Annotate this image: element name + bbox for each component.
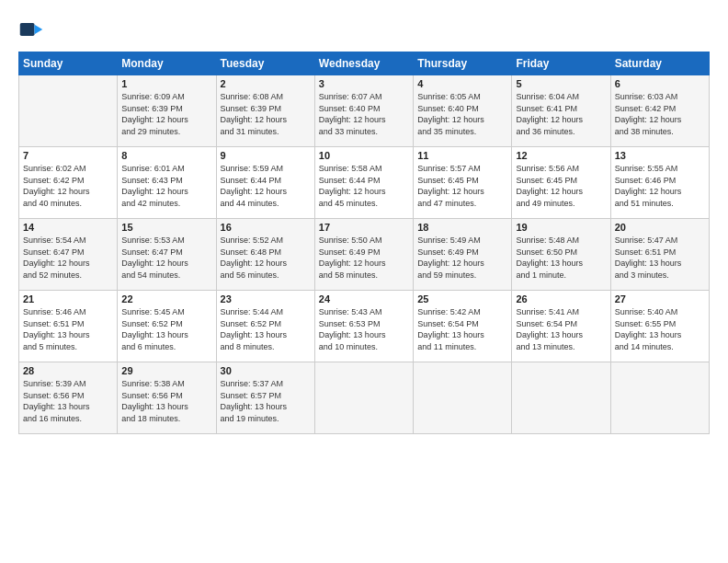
day-info: Sunrise: 5:42 AM Sunset: 6:54 PM Dayligh… bbox=[417, 306, 507, 352]
calendar-cell: 13Sunrise: 5:55 AM Sunset: 6:46 PM Dayli… bbox=[610, 147, 709, 219]
day-info: Sunrise: 5:47 AM Sunset: 6:51 PM Dayligh… bbox=[615, 235, 705, 281]
svg-marker-1 bbox=[35, 25, 43, 35]
calendar-cell: 12Sunrise: 5:56 AM Sunset: 6:45 PM Dayli… bbox=[512, 147, 610, 219]
calendar-cell: 5Sunrise: 6:04 AM Sunset: 6:41 PM Daylig… bbox=[512, 75, 610, 147]
day-info: Sunrise: 5:46 AM Sunset: 6:51 PM Dayligh… bbox=[23, 306, 113, 352]
day-number: 21 bbox=[23, 293, 113, 304]
day-info: Sunrise: 5:50 AM Sunset: 6:49 PM Dayligh… bbox=[319, 235, 409, 281]
day-number: 22 bbox=[121, 293, 211, 304]
day-info: Sunrise: 5:57 AM Sunset: 6:45 PM Dayligh… bbox=[417, 163, 507, 209]
day-number: 7 bbox=[23, 150, 113, 161]
page-header bbox=[18, 17, 710, 42]
day-info: Sunrise: 5:49 AM Sunset: 6:49 PM Dayligh… bbox=[417, 235, 507, 281]
day-number: 25 bbox=[417, 293, 507, 304]
calendar-cell: 30Sunrise: 5:37 AM Sunset: 6:57 PM Dayli… bbox=[216, 362, 314, 434]
day-number: 10 bbox=[319, 150, 409, 161]
day-info: Sunrise: 6:09 AM Sunset: 6:39 PM Dayligh… bbox=[121, 91, 211, 137]
day-number: 16 bbox=[221, 222, 311, 233]
day-info: Sunrise: 5:43 AM Sunset: 6:53 PM Dayligh… bbox=[319, 306, 409, 352]
day-number: 1 bbox=[121, 78, 211, 89]
day-info: Sunrise: 5:48 AM Sunset: 6:50 PM Dayligh… bbox=[516, 235, 606, 281]
calendar-body: 1Sunrise: 6:09 AM Sunset: 6:39 PM Daylig… bbox=[19, 75, 710, 434]
day-info: Sunrise: 5:59 AM Sunset: 6:44 PM Dayligh… bbox=[221, 163, 311, 209]
calendar-cell: 11Sunrise: 5:57 AM Sunset: 6:45 PM Dayli… bbox=[414, 147, 512, 219]
calendar-cell: 3Sunrise: 6:07 AM Sunset: 6:40 PM Daylig… bbox=[314, 75, 413, 147]
day-number: 30 bbox=[221, 365, 311, 376]
day-number: 4 bbox=[417, 78, 507, 89]
calendar-cell: 9Sunrise: 5:59 AM Sunset: 6:44 PM Daylig… bbox=[216, 147, 314, 219]
weekday-header-saturday: Saturday bbox=[610, 52, 709, 75]
day-number: 9 bbox=[221, 150, 311, 161]
calendar-cell: 23Sunrise: 5:44 AM Sunset: 6:52 PM Dayli… bbox=[216, 291, 314, 362]
weekday-header-sunday: Sunday bbox=[19, 52, 118, 75]
day-info: Sunrise: 5:40 AM Sunset: 6:55 PM Dayligh… bbox=[615, 306, 705, 352]
day-info: Sunrise: 6:05 AM Sunset: 6:40 PM Dayligh… bbox=[417, 91, 507, 137]
calendar-week-2: 7Sunrise: 6:02 AM Sunset: 6:42 PM Daylig… bbox=[19, 147, 710, 219]
day-number: 12 bbox=[516, 150, 606, 161]
day-number: 11 bbox=[417, 150, 507, 161]
day-info: Sunrise: 5:52 AM Sunset: 6:48 PM Dayligh… bbox=[221, 235, 311, 281]
day-number: 14 bbox=[23, 222, 113, 233]
calendar-cell: 2Sunrise: 6:08 AM Sunset: 6:39 PM Daylig… bbox=[216, 75, 314, 147]
weekday-header-thursday: Thursday bbox=[414, 52, 512, 75]
day-info: Sunrise: 6:02 AM Sunset: 6:42 PM Dayligh… bbox=[23, 163, 113, 209]
day-info: Sunrise: 5:39 AM Sunset: 6:56 PM Dayligh… bbox=[23, 378, 113, 424]
calendar-cell: 14Sunrise: 5:54 AM Sunset: 6:47 PM Dayli… bbox=[19, 219, 118, 291]
calendar-cell: 20Sunrise: 5:47 AM Sunset: 6:51 PM Dayli… bbox=[610, 219, 709, 291]
day-info: Sunrise: 6:03 AM Sunset: 6:42 PM Dayligh… bbox=[615, 91, 705, 137]
day-info: Sunrise: 6:07 AM Sunset: 6:40 PM Dayligh… bbox=[319, 91, 409, 137]
day-info: Sunrise: 5:45 AM Sunset: 6:52 PM Dayligh… bbox=[121, 306, 211, 352]
logo-icon bbox=[18, 17, 44, 42]
day-number: 17 bbox=[319, 222, 409, 233]
day-info: Sunrise: 5:37 AM Sunset: 6:57 PM Dayligh… bbox=[221, 378, 311, 424]
calendar-cell: 15Sunrise: 5:53 AM Sunset: 6:47 PM Dayli… bbox=[118, 219, 216, 291]
calendar-week-1: 1Sunrise: 6:09 AM Sunset: 6:39 PM Daylig… bbox=[19, 75, 710, 147]
calendar-cell bbox=[19, 75, 118, 147]
svg-rect-0 bbox=[20, 23, 35, 36]
calendar-cell bbox=[610, 362, 709, 434]
day-number: 27 bbox=[615, 293, 705, 304]
day-number: 19 bbox=[516, 222, 606, 233]
calendar-cell: 4Sunrise: 6:05 AM Sunset: 6:40 PM Daylig… bbox=[414, 75, 512, 147]
day-number: 5 bbox=[516, 78, 606, 89]
calendar-week-4: 21Sunrise: 5:46 AM Sunset: 6:51 PM Dayli… bbox=[19, 291, 710, 362]
calendar-cell: 8Sunrise: 6:01 AM Sunset: 6:43 PM Daylig… bbox=[118, 147, 216, 219]
calendar-cell: 21Sunrise: 5:46 AM Sunset: 6:51 PM Dayli… bbox=[19, 291, 118, 362]
calendar-cell bbox=[512, 362, 610, 434]
day-info: Sunrise: 5:55 AM Sunset: 6:46 PM Dayligh… bbox=[615, 163, 705, 209]
day-number: 20 bbox=[615, 222, 705, 233]
day-number: 24 bbox=[319, 293, 409, 304]
weekday-header-row: SundayMondayTuesdayWednesdayThursdayFrid… bbox=[19, 52, 710, 75]
weekday-header-friday: Friday bbox=[512, 52, 610, 75]
day-info: Sunrise: 5:38 AM Sunset: 6:56 PM Dayligh… bbox=[121, 378, 211, 424]
calendar-cell: 25Sunrise: 5:42 AM Sunset: 6:54 PM Dayli… bbox=[414, 291, 512, 362]
calendar-table: SundayMondayTuesdayWednesdayThursdayFrid… bbox=[18, 52, 710, 434]
calendar-cell: 27Sunrise: 5:40 AM Sunset: 6:55 PM Dayli… bbox=[610, 291, 709, 362]
calendar-week-3: 14Sunrise: 5:54 AM Sunset: 6:47 PM Dayli… bbox=[19, 219, 710, 291]
calendar-cell: 26Sunrise: 5:41 AM Sunset: 6:54 PM Dayli… bbox=[512, 291, 610, 362]
calendar-cell: 6Sunrise: 6:03 AM Sunset: 6:42 PM Daylig… bbox=[610, 75, 709, 147]
calendar-cell: 17Sunrise: 5:50 AM Sunset: 6:49 PM Dayli… bbox=[314, 219, 413, 291]
day-info: Sunrise: 5:54 AM Sunset: 6:47 PM Dayligh… bbox=[23, 235, 113, 281]
day-number: 13 bbox=[615, 150, 705, 161]
calendar-cell: 19Sunrise: 5:48 AM Sunset: 6:50 PM Dayli… bbox=[512, 219, 610, 291]
day-info: Sunrise: 6:01 AM Sunset: 6:43 PM Dayligh… bbox=[121, 163, 211, 209]
day-number: 8 bbox=[121, 150, 211, 161]
day-number: 3 bbox=[319, 78, 409, 89]
day-number: 23 bbox=[221, 293, 311, 304]
day-number: 18 bbox=[417, 222, 507, 233]
day-number: 15 bbox=[121, 222, 211, 233]
calendar-cell bbox=[314, 362, 413, 434]
day-info: Sunrise: 6:04 AM Sunset: 6:41 PM Dayligh… bbox=[516, 91, 606, 137]
day-info: Sunrise: 6:08 AM Sunset: 6:39 PM Dayligh… bbox=[221, 91, 311, 137]
calendar-cell: 24Sunrise: 5:43 AM Sunset: 6:53 PM Dayli… bbox=[314, 291, 413, 362]
calendar-cell: 7Sunrise: 6:02 AM Sunset: 6:42 PM Daylig… bbox=[19, 147, 118, 219]
day-number: 2 bbox=[221, 78, 311, 89]
day-info: Sunrise: 5:53 AM Sunset: 6:47 PM Dayligh… bbox=[121, 235, 211, 281]
calendar-cell: 16Sunrise: 5:52 AM Sunset: 6:48 PM Dayli… bbox=[216, 219, 314, 291]
day-info: Sunrise: 5:41 AM Sunset: 6:54 PM Dayligh… bbox=[516, 306, 606, 352]
calendar-cell: 18Sunrise: 5:49 AM Sunset: 6:49 PM Dayli… bbox=[414, 219, 512, 291]
calendar-cell: 22Sunrise: 5:45 AM Sunset: 6:52 PM Dayli… bbox=[118, 291, 216, 362]
day-number: 29 bbox=[121, 365, 211, 376]
logo bbox=[18, 17, 48, 42]
